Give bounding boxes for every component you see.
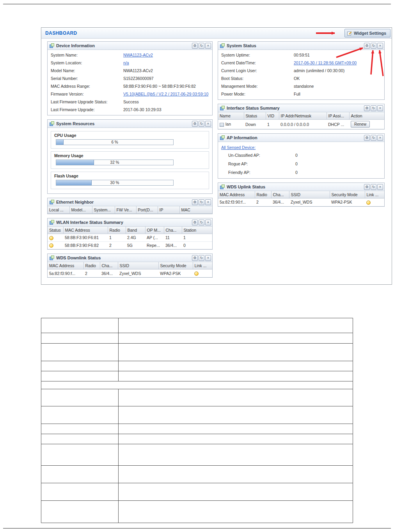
description-cell	[119, 434, 353, 444]
widget-refresh-icon[interactable]: ↻	[371, 135, 376, 141]
widget-refresh-icon[interactable]: ↻	[199, 121, 204, 127]
dashboard-right-column: System Status ⚙ ↻ × System Uptime: 00:59…	[218, 41, 385, 211]
widget-refresh-icon[interactable]: ↻	[199, 255, 204, 261]
widget-header: System Resources ⚙ ↻ ×	[48, 120, 212, 128]
col-header: MAC Address	[48, 262, 83, 270]
unclassified-ap-count: 0	[295, 152, 298, 158]
flash-usage-label: Flash Usage	[54, 174, 206, 178]
table-row	[41, 371, 353, 381]
widget-refresh-icon[interactable]: ↻	[199, 220, 204, 225]
table-header-row: Status MAC Address Radio Band OP M... Ch…	[48, 227, 212, 234]
boot-status-value: OK	[294, 75, 381, 82]
table-header-row: MAC Address Radio Cha... SSID Security M…	[48, 262, 212, 270]
widget-config-icon[interactable]: ⚙	[192, 255, 198, 261]
widget-close-icon[interactable]: ×	[205, 121, 211, 127]
widget-config-icon[interactable]: ⚙	[192, 43, 198, 49]
label-cell	[41, 444, 119, 466]
mac-range-value: 58:8B:F3:90:F6:80 ~ 58:8B:F3:90:F6:82	[123, 83, 209, 89]
widget-title: WDS Uplink Status	[227, 184, 362, 189]
widget-refresh-icon[interactable]: ↻	[199, 199, 204, 205]
security-cell: WPA2-PSK	[158, 270, 193, 277]
widget-config-icon[interactable]: ⚙	[192, 199, 198, 205]
widget-title: System Resources	[56, 121, 190, 126]
system-location-link[interactable]: n/a	[123, 60, 209, 66]
widget-refresh-icon[interactable]: ↻	[199, 43, 204, 49]
widget-config-icon[interactable]: ⚙	[192, 220, 198, 225]
widget-title: AP Information	[227, 135, 362, 140]
col-header: Band	[126, 227, 145, 234]
col-header: VID	[266, 112, 279, 120]
widget-refresh-icon[interactable]: ↻	[371, 43, 376, 49]
description-cell	[119, 361, 353, 371]
col-header: IP Assi...	[327, 112, 349, 120]
table-row: 58:8B:F3:90:F6:82 2 5G Repe... 36/4... 0	[48, 241, 212, 249]
date-time-link[interactable]: 2017-06-30 / 11:28:56 GMT+09:00	[294, 60, 381, 66]
widget-close-icon[interactable]: ×	[205, 255, 211, 261]
table-row	[41, 381, 353, 389]
interface-status-icon	[220, 106, 225, 110]
widget-config-icon[interactable]: ⚙	[364, 105, 370, 111]
widget-title: Ethernet Neighbor	[56, 200, 190, 204]
widget-close-icon[interactable]: ×	[205, 220, 211, 225]
description-cell	[119, 483, 353, 501]
band-cell: 5G	[126, 241, 145, 249]
col-header: SSID	[289, 191, 330, 199]
table-row	[41, 434, 353, 444]
firmware-version-link[interactable]: V5.10(ABEL.0)b5 / V2.2 / 2017-06-29 03:5…	[123, 91, 209, 97]
col-header: Status	[48, 227, 63, 234]
widget-close-icon[interactable]: ×	[205, 199, 211, 205]
widget-close-icon[interactable]: ×	[377, 105, 383, 111]
widget-device-information: Device Information ⚙ ↻ × System Name: NW…	[47, 41, 213, 115]
widget-config-icon[interactable]: ⚙	[364, 135, 370, 141]
widget-interface-status-summary: Interface Status Summary ⚙ ↻ × Name Stat…	[218, 104, 385, 129]
ssid-cell: Zyxel_WDS	[289, 199, 330, 206]
label-cell	[41, 501, 119, 523]
widget-config-icon[interactable]: ⚙	[364, 43, 370, 49]
widget-close-icon[interactable]: ×	[377, 184, 383, 190]
col-header: MAC Address	[63, 227, 108, 234]
label-cell	[41, 483, 119, 501]
widget-close-icon[interactable]: ×	[377, 43, 383, 49]
widget-config-icon[interactable]: ⚙	[364, 184, 370, 190]
info-row: Current Date/Time: 2017-06-30 / 11:28:56…	[218, 59, 384, 67]
radio-cell: 2	[83, 270, 100, 277]
last-upgrade-value: 2017-06-30 10:29:03	[123, 106, 209, 113]
widget-config-icon[interactable]: ⚙	[192, 121, 198, 127]
table-header-row: Local ... Model... System... FW Ve... Po…	[48, 206, 212, 214]
system-name-link[interactable]: NWA1123-ACv2	[123, 52, 209, 58]
all-sensed-device-link[interactable]: All Sensed Device:	[221, 145, 256, 150]
col-header: Radio	[83, 262, 100, 270]
channel-cell: 11	[164, 234, 182, 242]
channel-cell: 36/4...	[100, 270, 118, 277]
system-status-icon	[220, 43, 225, 48]
description-cell	[119, 501, 353, 523]
power-mode-value: Full	[294, 91, 381, 97]
info-row: Model Name: NWA1123-ACv2	[48, 67, 212, 74]
col-header: MAC Address	[218, 191, 255, 199]
col-header: OP M...	[145, 227, 164, 234]
wlan-interface-icon	[50, 220, 55, 225]
table-header-row: MAC Address Radio Cha... SSID Security M…	[218, 191, 384, 199]
widget-close-icon[interactable]: ×	[205, 43, 211, 49]
widget-settings-button[interactable]: Widget Settings	[344, 29, 390, 37]
renew-button[interactable]: Renew	[351, 121, 370, 128]
field-label: System Name:	[51, 52, 123, 58]
wds-uplink-icon	[220, 184, 225, 189]
col-header: Security Mode	[158, 262, 193, 270]
widget-title: Interface Status Summary	[227, 106, 362, 110]
field-label: Friendly AP:	[228, 169, 295, 176]
table-row	[41, 344, 353, 361]
col-header: SSID	[118, 262, 158, 270]
widget-refresh-icon[interactable]: ↻	[371, 184, 376, 190]
widget-refresh-icon[interactable]: ↻	[371, 105, 376, 111]
table-row	[41, 333, 353, 344]
field-label: MAC Address Range:	[51, 83, 123, 89]
table-row: 5a:82:f3:90:f... 2 36/4... Zyxel_WDS WPA…	[218, 199, 384, 206]
widget-close-icon[interactable]: ×	[377, 135, 383, 141]
widget-ap-information: AP Information ⚙ ↻ × All Sensed Device: …	[218, 133, 385, 179]
info-row: Last Firmware Upgrade: 2017-06-30 10:29:…	[48, 106, 212, 113]
label-cell	[41, 466, 119, 483]
mac-cell: 5a:82:f3:90:f...	[218, 199, 255, 206]
upgrade-status-value: Success	[123, 99, 209, 105]
flash-usage-section: Flash Usage 30 %	[51, 172, 209, 189]
